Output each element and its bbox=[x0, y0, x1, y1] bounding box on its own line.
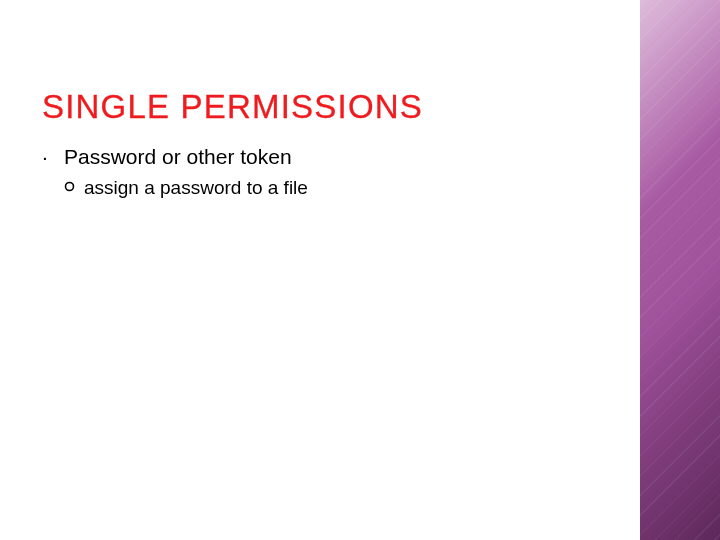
bullet-level-2-text: assign a password to a file bbox=[84, 176, 308, 200]
svg-point-0 bbox=[66, 183, 74, 191]
spacer bbox=[42, 34, 598, 88]
bullet-circle-icon bbox=[64, 176, 84, 192]
bullet-level-1-text: Password or other token bbox=[64, 144, 292, 170]
slide-body: SINGLE PERMISSIONS · Password or other t… bbox=[0, 0, 640, 540]
slide-title: SINGLE PERMISSIONS bbox=[42, 88, 598, 126]
decorative-sidebar bbox=[640, 0, 720, 540]
bullet-level-1: · Password or other token bbox=[42, 144, 598, 170]
bullet-dot-icon: · bbox=[42, 144, 64, 170]
bullet-level-2: assign a password to a file bbox=[64, 176, 598, 200]
